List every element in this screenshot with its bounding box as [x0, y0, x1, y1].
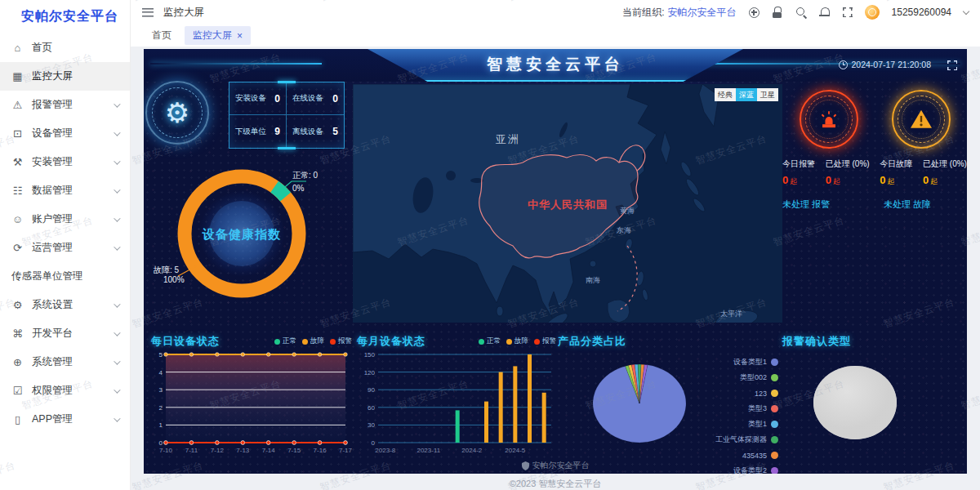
legend-dot: [771, 390, 778, 397]
decor-line-left: [150, 63, 322, 65]
stat-sub-units: 下级单位9: [229, 115, 287, 148]
alarm-icon: ⚠: [11, 99, 24, 111]
sidebar-item-sensor-unit-mgmt[interactable]: 传感器单位管理: [0, 262, 130, 291]
metric-value: 0: [826, 174, 831, 186]
chevron-down-icon: [114, 329, 120, 336]
close-icon[interactable]: ×: [237, 31, 243, 41]
svg-text:2023-8: 2023-8: [375, 447, 395, 454]
operations-icon: ⟳: [11, 242, 24, 254]
legend-item[interactable]: 工业气体探测器: [715, 432, 778, 448]
sidebar-item-monitor-screen[interactable]: ▦监控大屏: [0, 62, 130, 91]
panel-title: 每月设备状态: [357, 334, 425, 349]
sidebar-nav: ⌂首页 ▦监控大屏 ⚠报警管理 ⊡设备管理 ⚒安装管理 ☷数据管理 ☺账户管理 …: [0, 33, 130, 434]
legend-item[interactable]: 123: [715, 385, 778, 401]
sidebar-item-install-mgmt[interactable]: ⚒安装管理: [0, 148, 130, 176]
app-logo: 安帕尔安全平台: [0, 0, 130, 30]
legend-item[interactable]: 类型1: [715, 416, 778, 432]
account-icon: ☺: [11, 213, 24, 225]
sidebar-item-operations-mgmt[interactable]: ⟳运营管理: [0, 234, 130, 262]
metric-label: 今日报警: [782, 158, 815, 170]
sidebar-item-home[interactable]: ⌂首页: [0, 33, 130, 62]
metric-today-alarms: 今日报警 0起: [782, 158, 815, 187]
legend-item[interactable]: 类型002: [715, 370, 778, 385]
metric-value: 0: [923, 174, 929, 186]
legend-dot: [771, 452, 778, 459]
sidebar-item-device-mgmt[interactable]: ⊡设备管理: [0, 119, 130, 148]
legend-dot: [771, 436, 778, 443]
legend-normal[interactable]: 正常: [479, 336, 501, 346]
metric-unit: 起: [790, 177, 797, 185]
sidebar-item-dev-platform[interactable]: ⌘开发平台: [0, 319, 130, 348]
stat-label: 安装设备: [235, 93, 266, 104]
legend-normal[interactable]: 正常: [274, 336, 296, 346]
dashboard-fullscreen-icon[interactable]: [947, 60, 957, 70]
map-label-country: 中华人民共和国: [528, 198, 608, 211]
legend-dot: [274, 339, 280, 345]
search-icon[interactable]: [795, 7, 807, 18]
alarm-metrics: 今日报警 0起 已处理 (0%) 0起 今日故障 0起 已处理 (0%): [782, 158, 967, 187]
sidebar-item-data-mgmt[interactable]: ☷数据管理: [0, 176, 130, 205]
sidebar-item-permission-mgmt[interactable]: ☑权限管理: [0, 376, 130, 405]
lock-icon[interactable]: [772, 7, 783, 18]
title-banner: 智慧安全云平台: [368, 49, 743, 82]
svg-text:0: 0: [372, 439, 376, 447]
map-mode-classic[interactable]: 经典: [715, 88, 736, 101]
svg-text:2024-5: 2024-5: [505, 447, 525, 454]
tab-label: 监控大屏: [193, 29, 232, 42]
sidebar-item-label: 监控大屏: [32, 69, 73, 83]
user-phone[interactable]: 15259260094: [892, 7, 951, 18]
svg-text:30: 30: [368, 421, 375, 429]
sidebar-item-alarm-mgmt[interactable]: ⚠报警管理: [0, 91, 130, 119]
asia-map[interactable]: 亚洲 中华人民共和国 黄海 东海 南海 太平洋 经典 深蓝 卫星: [353, 84, 782, 323]
legend-alarm[interactable]: 报警: [534, 336, 556, 346]
unhandled-alarm-link[interactable]: 未处理 报警: [782, 198, 884, 211]
sidebar-item-system-settings[interactable]: ⚙系统设置: [0, 291, 130, 319]
svg-text:7-11: 7-11: [185, 447, 198, 454]
metric-value: 0: [880, 174, 885, 186]
svg-text:7-17: 7-17: [339, 447, 352, 454]
dashboard-title: 智慧安全云平台: [368, 49, 743, 80]
org-label: 当前组织:: [622, 7, 664, 18]
map-mode-deepblue[interactable]: 深蓝: [736, 88, 757, 101]
legend-dot: [771, 405, 778, 412]
legend-item[interactable]: 设备类型1: [715, 354, 778, 370]
collapse-menu-icon[interactable]: [142, 8, 154, 17]
svg-text:7-14: 7-14: [262, 447, 276, 454]
svg-text:7-15: 7-15: [287, 447, 301, 454]
fullscreen-icon[interactable]: [843, 7, 853, 17]
chevron-down-icon: [114, 158, 120, 164]
sidebar-item-label: 权限管理: [32, 384, 73, 398]
monthly-bar-chart: 03060901201502023-82023-112024-22024-5: [357, 350, 556, 461]
legend-fault[interactable]: 故障: [506, 336, 528, 346]
sidebar-item-account-mgmt[interactable]: ☺账户管理: [0, 205, 130, 234]
tab-home[interactable]: 首页: [144, 26, 180, 45]
chevron-down-icon: [114, 215, 120, 221]
avatar[interactable]: [865, 5, 880, 20]
svg-text:7-10: 7-10: [159, 447, 173, 454]
fault-emblem: [892, 90, 951, 149]
sidebar-item-label: 报警管理: [32, 98, 73, 112]
map-mode-satellite[interactable]: 卫星: [757, 88, 778, 101]
unhandled-fault-link[interactable]: 未处理 故障: [884, 198, 931, 211]
monthly-status-panel: 每月设备状态 正常 故障 报警 03060901201502023-82023-…: [357, 333, 556, 462]
metric-handled-alarms: 已处理 (0%) 0起: [826, 158, 870, 187]
org-value[interactable]: 安帕尔安全平台: [668, 7, 737, 18]
product-share-panel: 产品分类占比 设备类型1 类型002 123 类型3 类型1 工业气体探测器 4…: [558, 333, 780, 462]
sidebar-item-system-mgmt[interactable]: ⊕系统管理: [0, 348, 130, 376]
legend-alarm[interactable]: 报警: [330, 336, 352, 346]
stat-value: 0: [332, 93, 338, 105]
legend-dot: [479, 339, 484, 345]
sidebar-item-app-mgmt[interactable]: ▯APP管理: [0, 405, 130, 434]
metric-value: 0: [782, 174, 788, 186]
tab-monitor-screen[interactable]: 监控大屏 ×: [185, 26, 251, 45]
legend-fault[interactable]: 故障: [302, 336, 324, 346]
legend-dot: [302, 339, 308, 345]
svg-text:4: 4: [159, 369, 163, 376]
map-label-continent: 亚洲: [496, 133, 520, 145]
app-icon: ▯: [11, 413, 24, 425]
timestamp-text: 2024-07-17 21:20:08: [852, 60, 932, 69]
legend-item[interactable]: 类型3: [715, 401, 778, 416]
bell-icon[interactable]: [819, 7, 831, 18]
chevron-down-icon[interactable]: [963, 7, 969, 14]
target-icon[interactable]: [749, 7, 760, 18]
